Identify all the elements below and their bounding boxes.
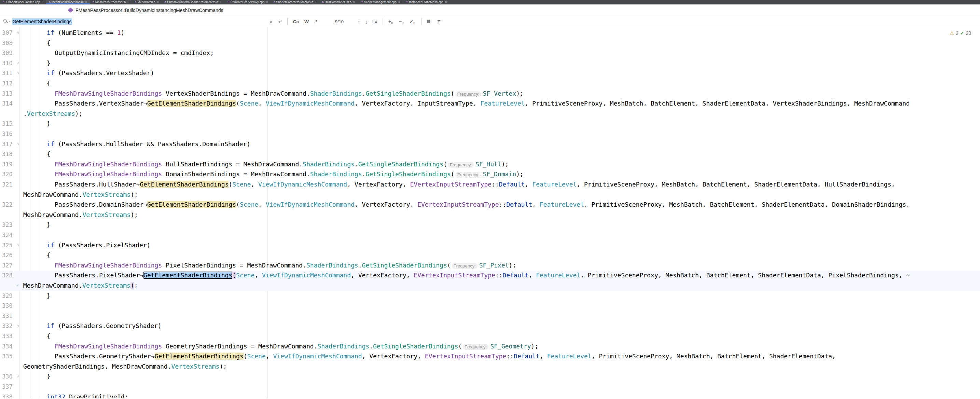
fold-marker-icon[interactable]: ∧ bbox=[17, 61, 19, 65]
code-line[interactable]: OutputDynamicInstancingCMDIndex = cmdInd… bbox=[55, 49, 214, 56]
code-row[interactable]: ↶ MeshDrawCommand.VertexStreams); bbox=[0, 281, 980, 291]
code-line[interactable]: { bbox=[47, 332, 51, 340]
code-line[interactable]: if (PassShaders.HullShader && PassShader… bbox=[47, 140, 250, 148]
prev-match-icon[interactable]: ↑ bbox=[358, 19, 360, 24]
tab-ShaderBaseClasses.cpp[interactable]: ++ShaderBaseClasses.cpp× bbox=[0, 0, 46, 4]
code-line[interactable]: } bbox=[47, 221, 51, 228]
match-case-toggle[interactable]: Cc bbox=[293, 19, 299, 24]
close-icon[interactable]: × bbox=[398, 0, 400, 4]
code-row[interactable]: 329} bbox=[0, 291, 980, 301]
code-line[interactable]: if (NumElements == 1) bbox=[47, 29, 125, 36]
close-icon[interactable]: × bbox=[157, 0, 159, 4]
code-line[interactable]: } bbox=[47, 120, 51, 127]
clear-icon[interactable]: × bbox=[269, 19, 273, 24]
tab-label[interactable]: PrimitiveUniformShaderParameters.h bbox=[167, 0, 218, 4]
tab-MeshPassProcessor.inl[interactable]: hMeshPassProcessor.inl× bbox=[46, 0, 90, 4]
search-icon[interactable] bbox=[3, 19, 8, 24]
close-icon[interactable]: × bbox=[445, 0, 447, 4]
code-row[interactable]: 320FMeshDrawSingleShaderBindings DomainS… bbox=[0, 169, 980, 180]
code-row[interactable]: 335PassShaders.GeometryShader→GetElement… bbox=[0, 351, 980, 362]
code-line[interactable]: if (PassShaders.GeometryShader) bbox=[47, 322, 162, 329]
tab-MeshBatch.h[interactable]: hMeshBatch.h× bbox=[132, 0, 162, 4]
code-line[interactable]: ↶ MeshDrawCommand.VertexStreams); bbox=[16, 282, 138, 289]
code-row[interactable]: 308{ bbox=[0, 38, 980, 49]
select-all-occurrences-icon[interactable]: ✓II bbox=[409, 19, 415, 24]
code-row[interactable]: 323} bbox=[0, 220, 980, 230]
close-icon[interactable]: × bbox=[42, 0, 43, 4]
code-row[interactable]: 337 bbox=[0, 382, 980, 392]
breadcrumb[interactable]: FMeshPassProcessor::BuildDynamicInstanci… bbox=[0, 5, 980, 16]
close-icon[interactable]: × bbox=[127, 0, 129, 4]
code-line[interactable]: { bbox=[47, 79, 51, 87]
code-line[interactable]: MeshDrawCommand.VertexStreams); bbox=[23, 211, 138, 218]
fold-marker-icon[interactable]: ∨ bbox=[17, 31, 19, 35]
code-row[interactable]: 326{ bbox=[0, 250, 980, 261]
code-line[interactable]: FMeshDrawSingleShaderBindings GeometrySh… bbox=[55, 343, 538, 350]
code-row[interactable]: 311∨if (PassShaders.VertexShader) bbox=[0, 68, 980, 79]
code-row[interactable]: 309OutputDynamicInstancingCMDIndex = cmd… bbox=[0, 48, 980, 59]
open-in-find-window-icon[interactable] bbox=[372, 19, 377, 24]
code-row[interactable]: .VertexStreams); bbox=[0, 109, 980, 119]
code-row[interactable]: 334FMeshDrawSingleShaderBindings Geometr… bbox=[0, 342, 980, 352]
fold-marker-icon[interactable]: ∨ bbox=[17, 324, 19, 327]
code-row[interactable]: 313FMeshDrawSingleShaderBindings VertexS… bbox=[0, 89, 980, 99]
close-icon[interactable]: × bbox=[353, 0, 355, 4]
close-icon[interactable]: × bbox=[85, 0, 87, 4]
breadcrumb-method[interactable]: FMeshPassProcessor::BuildDynamicInstanci… bbox=[75, 8, 223, 13]
close-icon[interactable]: × bbox=[220, 0, 221, 4]
code-line[interactable]: if (PassShaders.PixelShader) bbox=[47, 242, 150, 249]
regex-toggle[interactable]: .* bbox=[314, 19, 317, 24]
code-row[interactable]: 307∨if (NumElements == 1) bbox=[0, 28, 980, 38]
code-line[interactable]: PassShaders.DomainShader→GetElementShade… bbox=[55, 201, 910, 208]
tab-label[interactable]: ShaderParameterMacros.h bbox=[276, 0, 313, 4]
code-line[interactable]: FMeshDrawSingleShaderBindings PixelShade… bbox=[55, 262, 516, 269]
close-icon[interactable]: × bbox=[266, 0, 268, 4]
code-line[interactable]: FMeshDrawSingleShaderBindings VertexShad… bbox=[55, 90, 523, 97]
tab-PrimitiveUniformShaderParameters.h[interactable]: hPrimitiveUniformShaderParameters.h× bbox=[162, 0, 224, 4]
code-row[interactable]: 318{ bbox=[0, 149, 980, 159]
code-line[interactable]: { bbox=[47, 150, 51, 157]
code-line[interactable]: FMeshDrawSingleShaderBindings DomainShad… bbox=[55, 170, 523, 178]
code-row[interactable]: 316 bbox=[0, 129, 980, 139]
code-line[interactable]: } bbox=[47, 59, 51, 67]
code-row[interactable]: 324 bbox=[0, 230, 980, 240]
fold-marker-icon[interactable]: ∨ bbox=[17, 142, 19, 146]
inspections-widget[interactable]: ⚠ 2 ✔ 20 bbox=[950, 30, 971, 36]
code-line[interactable]: MeshDrawCommand.VertexStreams); bbox=[23, 191, 138, 198]
tab-label[interactable]: PrimitiveSceneProxy.cpp bbox=[231, 0, 264, 4]
code-line[interactable]: PassShaders.PixelShader→GetElementShader… bbox=[55, 272, 910, 279]
code-row[interactable]: 317∨if (PassShaders.HullShader && PassSh… bbox=[0, 139, 980, 149]
code-line[interactable]: } bbox=[47, 292, 51, 299]
words-toggle[interactable]: W bbox=[304, 19, 309, 24]
code-line[interactable]: { bbox=[47, 39, 51, 46]
tab-PrimitiveSceneProxy.cpp[interactable]: ++PrimitiveSceneProxy.cpp× bbox=[224, 0, 270, 4]
code-row[interactable]: 312{ bbox=[0, 79, 980, 89]
search-history-chevron-icon[interactable]: ▾ bbox=[9, 20, 11, 23]
search-input[interactable]: ▾ GetElementShaderBindings bbox=[0, 18, 267, 25]
tab-InstancedStaticMesh.cpp[interactable]: ++InstancedStaticMesh.cpp× bbox=[403, 0, 450, 4]
tab-MeshPassProcessor.h[interactable]: hMeshPassProcessor.h× bbox=[90, 0, 132, 4]
code-line[interactable]: PassShaders.VertexShader→GetElementShade… bbox=[55, 100, 910, 107]
filter-lines-icon[interactable] bbox=[426, 19, 432, 24]
code-row[interactable]: 315} bbox=[0, 119, 980, 129]
code-line[interactable]: if (PassShaders.VertexShader) bbox=[47, 69, 154, 76]
code-line[interactable]: } bbox=[47, 373, 51, 380]
code-line[interactable]: .VertexStreams); bbox=[23, 110, 82, 117]
remove-occurrence-icon[interactable]: −II bbox=[399, 19, 404, 24]
code-line[interactable]: { bbox=[47, 251, 51, 259]
filter-icon[interactable] bbox=[437, 19, 441, 24]
tab-label[interactable]: MeshPassProcessor.h bbox=[95, 0, 126, 4]
tab-label[interactable]: SceneManagement.cpp bbox=[364, 0, 396, 4]
code-row[interactable]: 327FMeshDrawSingleShaderBindings PixelSh… bbox=[0, 261, 980, 271]
tab-label[interactable]: InstancedStaticMesh.cpp bbox=[409, 0, 443, 4]
fold-marker-icon[interactable]: ∨ bbox=[17, 243, 19, 247]
code-row[interactable]: MeshDrawCommand.VertexStreams); bbox=[0, 190, 980, 200]
tab-label[interactable]: RHICommandList.h bbox=[325, 0, 352, 4]
code-row[interactable]: GeometryShaderBindings, MeshDrawCommand.… bbox=[0, 362, 980, 372]
code-row[interactable]: 314PassShaders.VertexShader→GetElementSh… bbox=[0, 99, 980, 109]
code-row[interactable]: 319FMeshDrawSingleShaderBindings HullSha… bbox=[0, 159, 980, 170]
code-row[interactable]: 328PassShaders.PixelShader→GetElementSha… bbox=[0, 270, 980, 281]
tab-label[interactable]: MeshPassProcessor.inl bbox=[52, 0, 84, 4]
add-occurrence-icon[interactable]: +II bbox=[388, 19, 393, 24]
tab-ShaderParameterMacros.h[interactable]: hShaderParameterMacros.h× bbox=[270, 0, 319, 4]
